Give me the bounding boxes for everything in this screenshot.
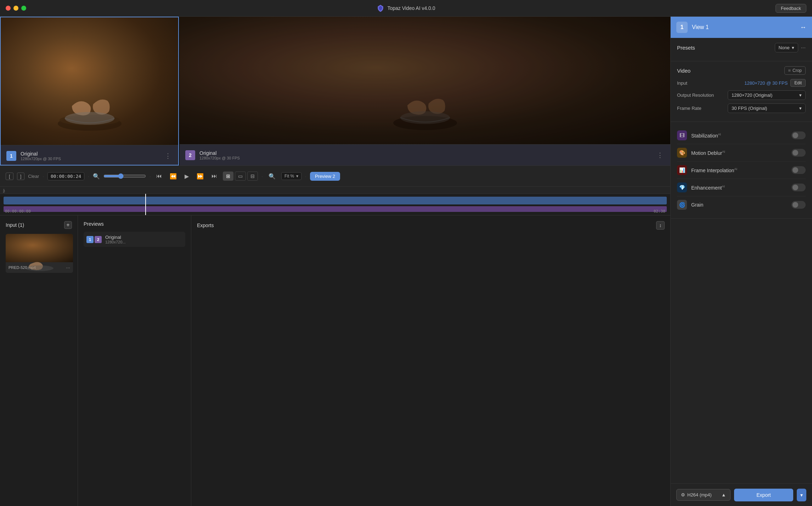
- frame-interpolation-label: Frame InterpolationAI: [691, 167, 787, 173]
- preview-badges: 1 2: [86, 236, 102, 243]
- preview-item[interactable]: 1 2 Original 1280x720...: [84, 232, 185, 247]
- video-preview-2: [180, 17, 670, 144]
- stabilization-toggle[interactable]: [791, 131, 806, 139]
- cooking-scene-1: [36, 78, 143, 134]
- export-dropdown-button[interactable]: ▾: [797, 489, 806, 501]
- pane1-more-button[interactable]: ⋮: [163, 151, 173, 161]
- file-thumb-bg: [6, 234, 73, 262]
- frame-rate-label: Frame Rate: [677, 106, 701, 111]
- zoom-control[interactable]: Fit % ▾: [281, 172, 301, 180]
- video-settings-title: Video: [677, 68, 690, 74]
- view-num-1: 1: [6, 151, 16, 161]
- step-back-button[interactable]: ⏪: [168, 172, 179, 181]
- titlebar: Topaz Video AI v4.0.0 Feedback: [0, 0, 812, 17]
- presets-controls: None ▾ ···: [775, 43, 806, 52]
- exports-section-title: Exports: [197, 223, 214, 228]
- playhead-slider[interactable]: [103, 173, 146, 179]
- video-label-1: Original 1280x720px @ 30 FPS: [21, 151, 159, 161]
- presets-dropdown[interactable]: None ▾: [775, 43, 798, 52]
- ai-features-section: 🎞 StabilizationAI 🎨 Motion DeblurAI 📊 Fr…: [671, 122, 812, 219]
- output-resolution-label: Output Resolution: [677, 92, 714, 98]
- preview-button[interactable]: Preview 2: [310, 172, 340, 181]
- video-settings-section: Video ⌗ Crop Input 1280×720 @ 30 FPS Edi…: [671, 61, 812, 122]
- thumb-cooking-scene: [13, 250, 66, 271]
- crop-button[interactable]: ⌗ Crop: [784, 66, 806, 75]
- track-bar-1: [4, 197, 667, 204]
- output-resolution-dropdown[interactable]: 1280×720 (Original) ▾: [728, 90, 806, 100]
- minimize-button[interactable]: [13, 6, 18, 11]
- feedback-button[interactable]: Feedback: [776, 4, 806, 13]
- view-num-2: 2: [185, 150, 195, 160]
- controls-bar: [ ] Clear · 00:00:00:24 · 🔍 · ⏮ ⏪ ▶ ⏩ ⏭ …: [0, 165, 670, 187]
- view-header: 1 View 1 ↔: [671, 17, 812, 38]
- preview-badge-2: 2: [95, 236, 102, 243]
- view-mode-buttons: ⊞ ▭ ⊟: [223, 172, 258, 181]
- out-point-button[interactable]: ]: [17, 173, 25, 180]
- split-view-button[interactable]: ⊞: [223, 172, 233, 181]
- format-button[interactable]: ⚙ H264 (mp4) ▲: [676, 489, 731, 501]
- video-section-header: Video ⌗ Crop: [677, 66, 806, 75]
- sort-exports-button[interactable]: ↕: [656, 221, 665, 230]
- app-title: Topaz Video AI v4.0.0: [377, 4, 435, 12]
- single-view-button[interactable]: ▭: [235, 172, 246, 181]
- play-button[interactable]: ▶: [182, 172, 191, 181]
- separator-3: ·: [150, 174, 151, 179]
- frame-interpolation-icon: 📊: [677, 165, 687, 175]
- video-previews: 1 Original 1280x720px @ 30 FPS ⋮: [0, 17, 670, 165]
- grain-row: 🌀 Grain: [677, 196, 806, 213]
- skip-to-start-button[interactable]: ⏮: [154, 172, 164, 181]
- timeline-track[interactable]: 00:00:00:00 02:38: [0, 194, 670, 215]
- video-label-2: Original 1280x720px @ 30 FPS: [199, 150, 651, 160]
- in-point-button[interactable]: [: [6, 173, 13, 180]
- step-forward-button[interactable]: ⏩: [194, 172, 206, 181]
- compare-view-button[interactable]: ⊟: [247, 172, 258, 181]
- grain-icon: 🌀: [677, 200, 687, 210]
- timeline-area[interactable]: 1 2 00:00:00:00 02:38: [0, 187, 670, 215]
- video-pane-2[interactable]: 2 Original 1280x720px @ 30 FPS ⋮: [180, 17, 670, 165]
- window-controls: [6, 6, 26, 11]
- motion-deblur-toggle[interactable]: [791, 149, 806, 157]
- skip-to-end-button[interactable]: ⏭: [209, 172, 219, 181]
- zoom-out-button[interactable]: 🔍: [266, 172, 278, 181]
- presets-more-button[interactable]: ···: [801, 45, 806, 51]
- export-button[interactable]: Export: [734, 489, 793, 501]
- grain-toggle[interactable]: [791, 201, 806, 209]
- file-thumbnail[interactable]: PRED-520.mp4 ···: [6, 234, 73, 273]
- presets-row: Presets None ▾ ···: [677, 43, 806, 52]
- view-title: View 1: [692, 24, 796, 30]
- maximize-button[interactable]: [21, 6, 26, 11]
- frame-rate-row: Frame Rate 30 FPS (Original) ▾: [677, 103, 806, 113]
- input-row: Input 1280×720 @ 30 FPS Edit: [677, 79, 806, 87]
- previews-section-title: Previews: [84, 221, 104, 227]
- input-label: Input: [677, 80, 687, 86]
- enhancement-toggle[interactable]: [791, 184, 806, 191]
- input-section-header: Input (1) +: [6, 221, 72, 229]
- clear-button[interactable]: Clear: [28, 174, 39, 179]
- timecode-display: 00:00:00:24: [47, 172, 84, 180]
- timeline-ruler: 1 2: [0, 187, 670, 194]
- spacer: [671, 219, 812, 483]
- motion-deblur-icon: 🎨: [677, 148, 687, 158]
- video-info-bar-2: 2 Original 1280x720px @ 30 FPS ⋮: [180, 144, 670, 165]
- gear-icon: ⚙: [681, 492, 685, 497]
- stabilization-label: StabilizationAI: [691, 133, 787, 139]
- edit-input-button[interactable]: Edit: [790, 79, 806, 87]
- separator-1: ·: [43, 174, 44, 179]
- separator-2: ·: [88, 174, 89, 179]
- frame-interpolation-toggle[interactable]: [791, 166, 806, 174]
- presets-section: Presets None ▾ ···: [671, 38, 812, 61]
- search-button[interactable]: 🔍: [93, 173, 100, 180]
- video-preview-1: [1, 17, 178, 145]
- exports-header: Exports ↕: [197, 221, 665, 230]
- preview-badge-1: 1: [86, 236, 94, 243]
- frame-rate-dropdown[interactable]: 30 FPS (Original) ▾: [728, 103, 806, 113]
- timeline-end-time: 02:38: [654, 209, 665, 214]
- add-input-button[interactable]: +: [64, 221, 72, 229]
- cooking-scene-2: [372, 77, 478, 134]
- video-pane-1[interactable]: 1 Original 1280x720px @ 30 FPS ⋮: [0, 17, 179, 165]
- close-button[interactable]: [6, 6, 11, 11]
- expand-view-button[interactable]: ↔: [800, 24, 806, 31]
- pane2-more-button[interactable]: ⋮: [655, 150, 665, 161]
- exports-section: Exports ↕: [191, 215, 670, 506]
- file-more-button[interactable]: ···: [66, 265, 70, 270]
